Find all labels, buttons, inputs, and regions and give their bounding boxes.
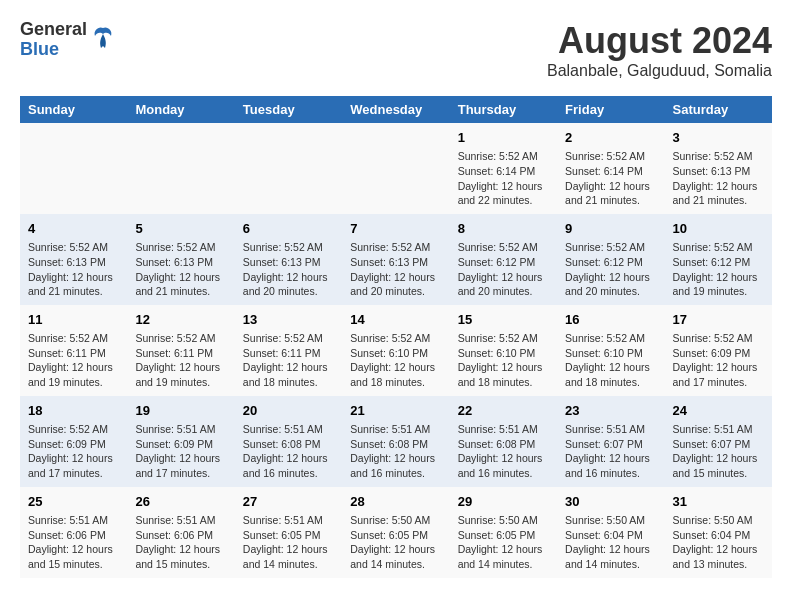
day-info: Sunrise: 5:52 AM Sunset: 6:13 PM Dayligh… <box>243 240 334 299</box>
calendar-cell: 19Sunrise: 5:51 AM Sunset: 6:09 PM Dayli… <box>127 396 234 487</box>
header-cell-monday: Monday <box>127 96 234 123</box>
calendar-cell: 12Sunrise: 5:52 AM Sunset: 6:11 PM Dayli… <box>127 305 234 396</box>
day-info: Sunrise: 5:50 AM Sunset: 6:05 PM Dayligh… <box>458 513 549 572</box>
main-title: August 2024 <box>547 20 772 62</box>
logo-general: General <box>20 20 87 40</box>
day-info: Sunrise: 5:52 AM Sunset: 6:11 PM Dayligh… <box>243 331 334 390</box>
day-number: 22 <box>458 402 549 420</box>
calendar-cell: 9Sunrise: 5:52 AM Sunset: 6:12 PM Daylig… <box>557 214 664 305</box>
day-number: 24 <box>673 402 764 420</box>
calendar-cell: 7Sunrise: 5:52 AM Sunset: 6:13 PM Daylig… <box>342 214 449 305</box>
day-number: 3 <box>673 129 764 147</box>
logo-blue: Blue <box>20 40 87 60</box>
day-number: 21 <box>350 402 441 420</box>
calendar-cell: 6Sunrise: 5:52 AM Sunset: 6:13 PM Daylig… <box>235 214 342 305</box>
header-cell-tuesday: Tuesday <box>235 96 342 123</box>
calendar-cell: 1Sunrise: 5:52 AM Sunset: 6:14 PM Daylig… <box>450 123 557 214</box>
day-number: 17 <box>673 311 764 329</box>
day-info: Sunrise: 5:52 AM Sunset: 6:09 PM Dayligh… <box>673 331 764 390</box>
logo: General Blue <box>20 20 115 60</box>
calendar-cell: 5Sunrise: 5:52 AM Sunset: 6:13 PM Daylig… <box>127 214 234 305</box>
calendar-cell: 11Sunrise: 5:52 AM Sunset: 6:11 PM Dayli… <box>20 305 127 396</box>
week-row-3: 11Sunrise: 5:52 AM Sunset: 6:11 PM Dayli… <box>20 305 772 396</box>
day-number: 2 <box>565 129 656 147</box>
day-number: 25 <box>28 493 119 511</box>
day-number: 15 <box>458 311 549 329</box>
day-info: Sunrise: 5:51 AM Sunset: 6:06 PM Dayligh… <box>135 513 226 572</box>
header-row: SundayMondayTuesdayWednesdayThursdayFrid… <box>20 96 772 123</box>
day-number: 8 <box>458 220 549 238</box>
calendar-cell: 21Sunrise: 5:51 AM Sunset: 6:08 PM Dayli… <box>342 396 449 487</box>
logo-bird-icon <box>91 26 115 54</box>
day-number: 18 <box>28 402 119 420</box>
calendar-cell: 14Sunrise: 5:52 AM Sunset: 6:10 PM Dayli… <box>342 305 449 396</box>
day-info: Sunrise: 5:52 AM Sunset: 6:11 PM Dayligh… <box>135 331 226 390</box>
calendar-cell: 17Sunrise: 5:52 AM Sunset: 6:09 PM Dayli… <box>665 305 772 396</box>
day-info: Sunrise: 5:52 AM Sunset: 6:11 PM Dayligh… <box>28 331 119 390</box>
calendar-cell: 2Sunrise: 5:52 AM Sunset: 6:14 PM Daylig… <box>557 123 664 214</box>
day-info: Sunrise: 5:52 AM Sunset: 6:12 PM Dayligh… <box>673 240 764 299</box>
calendar-table: SundayMondayTuesdayWednesdayThursdayFrid… <box>20 96 772 578</box>
day-info: Sunrise: 5:52 AM Sunset: 6:14 PM Dayligh… <box>458 149 549 208</box>
day-info: Sunrise: 5:51 AM Sunset: 6:07 PM Dayligh… <box>565 422 656 481</box>
calendar-cell: 25Sunrise: 5:51 AM Sunset: 6:06 PM Dayli… <box>20 487 127 578</box>
page-header: General Blue August 2024 Balanbale, Galg… <box>20 20 772 80</box>
calendar-cell: 15Sunrise: 5:52 AM Sunset: 6:10 PM Dayli… <box>450 305 557 396</box>
day-number: 29 <box>458 493 549 511</box>
calendar-cell: 22Sunrise: 5:51 AM Sunset: 6:08 PM Dayli… <box>450 396 557 487</box>
week-row-2: 4Sunrise: 5:52 AM Sunset: 6:13 PM Daylig… <box>20 214 772 305</box>
day-info: Sunrise: 5:52 AM Sunset: 6:10 PM Dayligh… <box>565 331 656 390</box>
calendar-cell: 3Sunrise: 5:52 AM Sunset: 6:13 PM Daylig… <box>665 123 772 214</box>
day-info: Sunrise: 5:52 AM Sunset: 6:13 PM Dayligh… <box>350 240 441 299</box>
calendar-cell: 26Sunrise: 5:51 AM Sunset: 6:06 PM Dayli… <box>127 487 234 578</box>
day-number: 11 <box>28 311 119 329</box>
calendar-cell: 29Sunrise: 5:50 AM Sunset: 6:05 PM Dayli… <box>450 487 557 578</box>
day-number: 28 <box>350 493 441 511</box>
day-info: Sunrise: 5:52 AM Sunset: 6:13 PM Dayligh… <box>135 240 226 299</box>
day-info: Sunrise: 5:52 AM Sunset: 6:10 PM Dayligh… <box>350 331 441 390</box>
week-row-4: 18Sunrise: 5:52 AM Sunset: 6:09 PM Dayli… <box>20 396 772 487</box>
calendar-cell <box>20 123 127 214</box>
day-info: Sunrise: 5:52 AM Sunset: 6:10 PM Dayligh… <box>458 331 549 390</box>
week-row-1: 1Sunrise: 5:52 AM Sunset: 6:14 PM Daylig… <box>20 123 772 214</box>
calendar-cell: 4Sunrise: 5:52 AM Sunset: 6:13 PM Daylig… <box>20 214 127 305</box>
calendar-body: 1Sunrise: 5:52 AM Sunset: 6:14 PM Daylig… <box>20 123 772 578</box>
calendar-header: SundayMondayTuesdayWednesdayThursdayFrid… <box>20 96 772 123</box>
day-number: 14 <box>350 311 441 329</box>
day-number: 19 <box>135 402 226 420</box>
day-number: 23 <box>565 402 656 420</box>
calendar-cell: 24Sunrise: 5:51 AM Sunset: 6:07 PM Dayli… <box>665 396 772 487</box>
day-info: Sunrise: 5:51 AM Sunset: 6:09 PM Dayligh… <box>135 422 226 481</box>
day-info: Sunrise: 5:52 AM Sunset: 6:09 PM Dayligh… <box>28 422 119 481</box>
calendar-cell <box>342 123 449 214</box>
day-number: 20 <box>243 402 334 420</box>
week-row-5: 25Sunrise: 5:51 AM Sunset: 6:06 PM Dayli… <box>20 487 772 578</box>
day-info: Sunrise: 5:51 AM Sunset: 6:06 PM Dayligh… <box>28 513 119 572</box>
day-number: 26 <box>135 493 226 511</box>
calendar-cell: 30Sunrise: 5:50 AM Sunset: 6:04 PM Dayli… <box>557 487 664 578</box>
day-number: 4 <box>28 220 119 238</box>
calendar-cell <box>235 123 342 214</box>
calendar-cell: 18Sunrise: 5:52 AM Sunset: 6:09 PM Dayli… <box>20 396 127 487</box>
calendar-cell: 23Sunrise: 5:51 AM Sunset: 6:07 PM Dayli… <box>557 396 664 487</box>
day-info: Sunrise: 5:51 AM Sunset: 6:08 PM Dayligh… <box>243 422 334 481</box>
day-info: Sunrise: 5:50 AM Sunset: 6:05 PM Dayligh… <box>350 513 441 572</box>
title-section: August 2024 Balanbale, Galguduud, Somali… <box>547 20 772 80</box>
calendar-cell: 10Sunrise: 5:52 AM Sunset: 6:12 PM Dayli… <box>665 214 772 305</box>
day-info: Sunrise: 5:51 AM Sunset: 6:05 PM Dayligh… <box>243 513 334 572</box>
day-number: 7 <box>350 220 441 238</box>
header-cell-friday: Friday <box>557 96 664 123</box>
day-number: 10 <box>673 220 764 238</box>
day-number: 6 <box>243 220 334 238</box>
day-info: Sunrise: 5:51 AM Sunset: 6:08 PM Dayligh… <box>458 422 549 481</box>
header-cell-thursday: Thursday <box>450 96 557 123</box>
day-info: Sunrise: 5:52 AM Sunset: 6:14 PM Dayligh… <box>565 149 656 208</box>
calendar-cell: 16Sunrise: 5:52 AM Sunset: 6:10 PM Dayli… <box>557 305 664 396</box>
day-info: Sunrise: 5:50 AM Sunset: 6:04 PM Dayligh… <box>565 513 656 572</box>
day-info: Sunrise: 5:50 AM Sunset: 6:04 PM Dayligh… <box>673 513 764 572</box>
day-number: 16 <box>565 311 656 329</box>
day-number: 27 <box>243 493 334 511</box>
calendar-cell: 27Sunrise: 5:51 AM Sunset: 6:05 PM Dayli… <box>235 487 342 578</box>
day-number: 1 <box>458 129 549 147</box>
calendar-cell: 31Sunrise: 5:50 AM Sunset: 6:04 PM Dayli… <box>665 487 772 578</box>
